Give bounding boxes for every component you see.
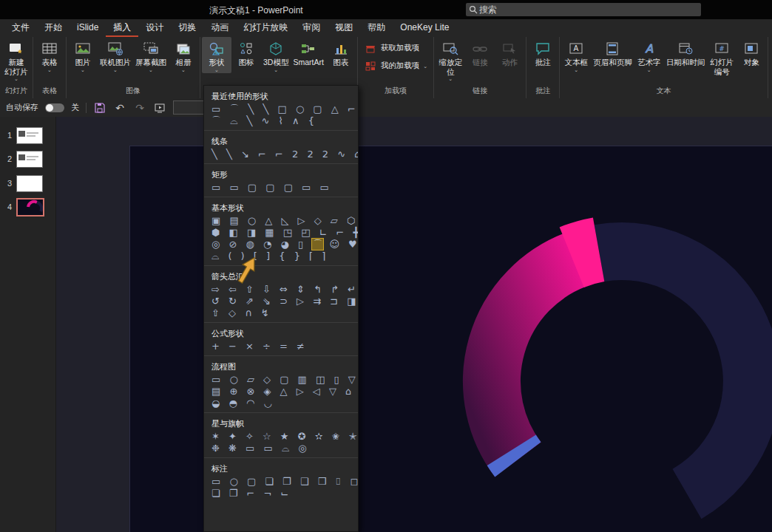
- thumbnail-preview[interactable]: [16, 127, 43, 144]
- shape-row[interactable]: ⬢ ◧ ◨ ▦ ◳ ◰ ∟ ⌐ ╋ ▥ ▧: [204, 227, 358, 239]
- shape-row[interactable]: + − × ÷ = ≠: [204, 341, 358, 352]
- zoom-button[interactable]: 缩放定 位 ⌄: [436, 37, 465, 82]
- table-button[interactable]: 表格 ⌄: [35, 37, 64, 73]
- shape-row[interactable]: ❉ ❋ ▭ ▭ ⌓ ◎: [204, 443, 358, 454]
- store-icon: [364, 42, 377, 54]
- object-icon: [742, 40, 761, 58]
- tab-view[interactable]: 视图: [328, 19, 360, 37]
- new-slide-button[interactable]: 新建 幻灯片 ⌄: [1, 37, 31, 82]
- get-addins-button[interactable]: 获取加载项: [359, 40, 432, 56]
- editing-canvas: [55, 117, 772, 532]
- search-box[interactable]: 搜索: [466, 3, 701, 16]
- screenshot-icon: [141, 40, 160, 58]
- save-icon[interactable]: [93, 101, 106, 115]
- thumbnail-preview-selected[interactable]: [16, 198, 44, 216]
- redo-icon[interactable]: ↷: [133, 101, 146, 115]
- slide-thumbnail-4[interactable]: 4: [0, 197, 55, 216]
- tab-insert[interactable]: 插入: [106, 19, 138, 37]
- group-label-text: 文本: [561, 85, 766, 98]
- tab-home[interactable]: 开始: [37, 19, 70, 37]
- shape-row[interactable]: ⇧ ◇ ∩ ↯: [204, 307, 358, 319]
- shapes-button[interactable]: 形状 ⌄: [202, 37, 231, 73]
- chevron-down-icon: ⌄: [149, 67, 153, 72]
- date-time-button[interactable]: 日期和时间: [664, 37, 708, 68]
- action-button[interactable]: 动作: [495, 37, 524, 68]
- shape-row-with-highlight[interactable]: ◎ ⊘ ◍ ◔ ◕ ▯ ⌒ ☺ ♥ ☾ ☽ ☁: [204, 239, 358, 250]
- shape-row[interactable]: ▣ ▤ ○ △ ◺ ▷ ◇ ▱ ⬡ ⬢ ⊙: [204, 215, 358, 227]
- section-stars-banners: 星与旗帜 ✶ ✦ ✧ ☆ ★ ✪ ✫ ✬ ✭ ✮ ✯ ❂ ❉ ❋ ▭ ▭ ⌓ ◎: [204, 412, 358, 454]
- header-footer-button[interactable]: 页眉和页脚: [591, 37, 634, 68]
- zoom-slide-icon: [441, 40, 460, 58]
- slideshow-grid-icon[interactable]: [153, 101, 166, 115]
- smartart-button[interactable]: SmartArt: [291, 37, 325, 68]
- chevron-down-icon: ⌄: [574, 67, 578, 72]
- shape-row[interactable]: ▭ ⌒ ╲ ╲ □ ○ ▢ △ ⌐ ⌐ ⇨: [204, 103, 358, 115]
- chevron-down-icon: ⌄: [423, 64, 427, 69]
- comment-icon: [533, 40, 552, 58]
- group-label-links: 链接: [436, 85, 524, 98]
- group-comments: 批注 批注: [526, 37, 560, 98]
- svg-text:A: A: [574, 44, 579, 52]
- shape-row[interactable]: ❏ ❐ ⌐ ¬ ⌙: [204, 488, 358, 499]
- chevron-down-icon: ⌄: [214, 67, 219, 72]
- online-picture-button[interactable]: 联机图片 ⌄: [98, 37, 133, 73]
- my-addins-button[interactable]: 我的加载项 ⌄: [359, 58, 432, 74]
- shape-row[interactable]: ◒ ◓ ◠ ◡: [204, 398, 358, 409]
- comment-button[interactable]: 批注: [528, 37, 558, 68]
- group-slides: 新建 幻灯片 ⌄ 幻灯片: [0, 37, 33, 98]
- shape-row[interactable]: ✶ ✦ ✧ ☆ ★ ✪ ✫ ✬ ✭ ✮ ✯ ❂: [204, 431, 358, 443]
- shape-row[interactable]: ▭ ▭ ▢ ▢ ▢ ▭ ▭: [204, 182, 358, 194]
- textbox-icon: A: [566, 40, 586, 58]
- section-header: 矩形: [204, 167, 358, 182]
- group-images: 图片 ⌄ 联机图片 ⌄ 屏幕截图 ⌄ 相册: [67, 37, 200, 98]
- tab-file[interactable]: 文件: [4, 19, 37, 37]
- shape-row[interactable]: ↺ ↻ ⇗ ⇘ ⊃ ▷ ⇉ ⊐ ◨ ◧ ◫: [204, 296, 358, 307]
- undo-icon[interactable]: ↶: [113, 101, 126, 115]
- chevron-down-icon: ⌄: [81, 67, 85, 72]
- thumbnail-preview[interactable]: [16, 151, 43, 168]
- tab-transitions[interactable]: 切换: [171, 19, 203, 37]
- tab-review[interactable]: 审阅: [295, 19, 328, 37]
- textbox-button[interactable]: A 文本框 ⌄: [561, 37, 591, 73]
- screenshot-button[interactable]: 屏幕截图 ⌄: [133, 37, 169, 73]
- slide-thumbnail-2[interactable]: 2: [0, 149, 55, 168]
- object-button[interactable]: 对象: [737, 37, 766, 68]
- icons-icon: [237, 40, 256, 58]
- picture-button[interactable]: 图片 ⌄: [68, 37, 98, 73]
- search-icon: [469, 5, 478, 14]
- shape-row[interactable]: ▭ ○ ▱ ◇ ▢ ▥ ◫ ▯ ▽ ◁ △: [204, 374, 358, 386]
- tab-animations[interactable]: 动画: [203, 19, 236, 37]
- 3d-model-button[interactable]: 3D模型 ⌄: [261, 37, 291, 73]
- wordart-button[interactable]: A 艺术字 ⌄: [634, 37, 664, 73]
- shape-row[interactable]: ▤ ⊕ ⊗ ◈ △ ▷ ◁ ▽ ⌂ ◊ ⬡: [204, 386, 358, 398]
- tab-onekey-lite[interactable]: OneKey Lite: [393, 19, 456, 37]
- slide-number-button[interactable]: # 幻灯片 编号: [707, 37, 737, 77]
- shape-row[interactable]: ⌒ ⌓ ╲ ∿ ⌇ ∧ {: [204, 115, 358, 127]
- shape-row[interactable]: ⇨ ⇦ ⇧ ⇩ ⇔ ⇕ ↰ ↱ ↵ ↴ ⇗: [204, 284, 358, 296]
- arc-shape-highlighted[interactable]: ⌒: [312, 239, 323, 250]
- section-header: 星与旗帜: [204, 416, 358, 431]
- shape-row[interactable]: ╲ ╲ ↘ ⌐ ⌐ 2 2 2 ∿ ⌂ ╱: [204, 149, 358, 160]
- my-addins-icon: [364, 60, 377, 72]
- online-picture-icon: [106, 40, 125, 58]
- shapes-icon: [207, 40, 226, 58]
- search-placeholder: 搜索: [479, 4, 497, 16]
- tab-islide[interactable]: iSlide: [70, 19, 106, 37]
- tab-slideshow[interactable]: 幻灯片放映: [236, 19, 295, 37]
- quick-access-toolbar: 自动保存 关 ↶ ↷ ⌄: [0, 98, 772, 117]
- tab-help[interactable]: 帮助: [360, 19, 393, 37]
- photo-album-button[interactable]: 相册 ⌄: [169, 37, 198, 73]
- autosave-toggle[interactable]: [45, 103, 64, 112]
- shape-row[interactable]: ▭ ○ ▢ ❏ ❐ ❑ ❒ ⌷ ◻: [204, 476, 358, 488]
- tab-design[interactable]: 设计: [138, 19, 171, 37]
- section-callouts: 标注 ▭ ○ ▢ ❏ ❐ ❑ ❒ ⌷ ◻ ❏ ❐ ⌐ ¬ ⌙: [204, 457, 358, 499]
- slide-thumbnail-1[interactable]: 1: [0, 126, 55, 145]
- group-label-addins: 加载项: [359, 85, 432, 98]
- shape-row[interactable]: ⌓ ( ) [ ] { } ⌈ ⌉: [204, 250, 358, 262]
- workspace: 1 2 3 4: [0, 117, 772, 532]
- link-button[interactable]: 链接: [465, 37, 495, 68]
- thumbnail-preview[interactable]: [16, 175, 43, 192]
- slide-thumbnail-3[interactable]: 3: [0, 174, 55, 193]
- chart-button[interactable]: 图表: [326, 37, 356, 68]
- icons-button[interactable]: 图标: [231, 37, 261, 68]
